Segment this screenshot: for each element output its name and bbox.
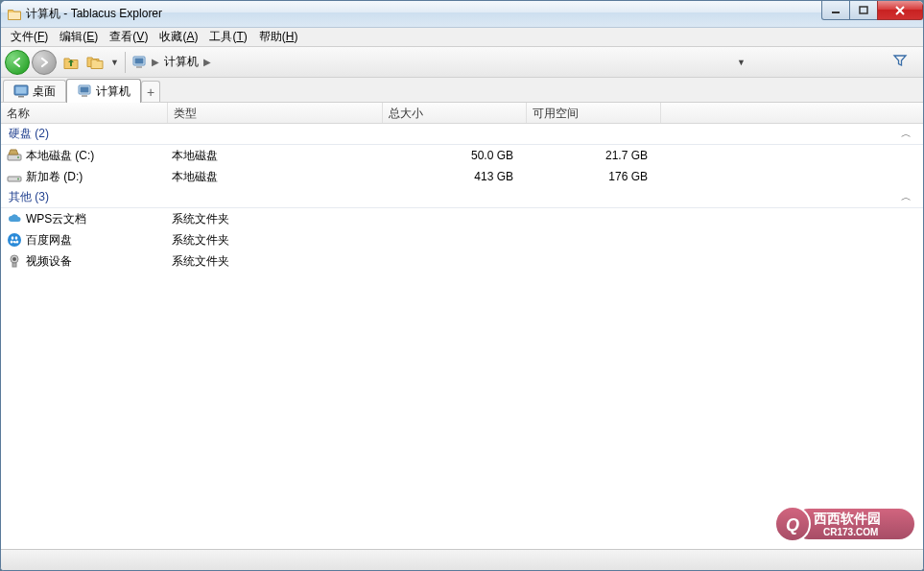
statusbar	[1, 549, 923, 570]
svg-point-14	[17, 156, 19, 158]
breadcrumb-dropdown-icon[interactable]: ▼	[733, 58, 748, 67]
menu-tools[interactable]: 工具(T)	[203, 27, 252, 47]
camera-icon	[7, 253, 22, 269]
item-type: 系统文件夹	[172, 211, 387, 227]
tab-label: 桌面	[33, 83, 56, 100]
tab-computer[interactable]: 计算机	[66, 79, 141, 103]
column-header-total[interactable]: 总大小	[383, 103, 527, 123]
main-window: 计算机 - Tablacus Explorer 文件(F) 编辑(E) 查看(V…	[0, 0, 924, 571]
item-type: 系统文件夹	[172, 232, 387, 249]
breadcrumb[interactable]: ▶ 计算机 ▶ ▼	[130, 52, 892, 72]
file-list: 硬盘 (2) ︿ 本地磁盘 (C:) 本地磁盘 50.0 GB 21.7 GB …	[1, 124, 923, 549]
forward-button[interactable]	[32, 50, 57, 75]
cloud-icon	[7, 211, 22, 226]
list-item[interactable]: 百度网盘 系统文件夹	[1, 229, 923, 250]
window-controls	[822, 1, 923, 20]
item-name: 新加卷 (D:)	[26, 169, 172, 185]
minimize-button[interactable]	[821, 1, 850, 20]
chevron-up-icon[interactable]: ︿	[901, 190, 912, 204]
chevron-right-icon[interactable]: ▶	[201, 57, 214, 67]
toolbar: ▼ ▶ 计算机 ▶ ▼	[1, 47, 923, 78]
column-header-name[interactable]: 名称	[1, 103, 168, 123]
menu-help[interactable]: 帮助(H)	[253, 27, 304, 47]
list-item[interactable]: 视频设备 系统文件夹	[1, 250, 923, 272]
breadcrumb-item[interactable]: 计算机	[162, 52, 201, 72]
item-total: 413 GB	[387, 170, 531, 183]
svg-rect-8	[16, 87, 27, 94]
chevron-right-icon[interactable]: ▶	[149, 57, 162, 67]
list-item[interactable]: 新加卷 (D:) 本地磁盘 413 GB 176 GB	[1, 166, 923, 187]
drive-icon	[7, 169, 22, 184]
history-dropdown-icon[interactable]: ▼	[108, 58, 121, 67]
computer-icon	[131, 55, 147, 70]
svg-point-20	[11, 240, 13, 243]
item-name: 百度网盘	[26, 232, 172, 249]
svg-point-18	[12, 236, 14, 240]
baidu-icon	[7, 232, 22, 248]
item-type: 本地磁盘	[172, 148, 387, 164]
item-name: 本地磁盘 (C:)	[26, 148, 172, 164]
svg-rect-1	[860, 7, 867, 13]
toolbar-separator	[125, 52, 126, 73]
desktop-icon	[13, 83, 29, 99]
column-headers: 名称 类型 总大小 可用空间	[1, 103, 923, 124]
computer-icon	[77, 83, 92, 99]
svg-point-23	[12, 257, 16, 261]
drive-icon	[7, 148, 22, 163]
close-button[interactable]	[877, 1, 923, 20]
up-folder-icon[interactable]	[61, 53, 81, 72]
svg-point-19	[15, 236, 18, 240]
item-name: WPS云文档	[26, 211, 172, 227]
menu-view[interactable]: 查看(V)	[104, 27, 154, 47]
svg-rect-11	[81, 87, 89, 93]
svg-rect-5	[134, 58, 143, 63]
menu-favorites[interactable]: 收藏(A)	[154, 27, 203, 47]
watermark-line1: 西西软件园	[813, 511, 881, 526]
titlebar[interactable]: 计算机 - Tablacus Explorer	[1, 1, 923, 28]
menubar: 文件(F) 编辑(E) 查看(V) 收藏(A) 工具(T) 帮助(H)	[1, 28, 923, 47]
svg-point-17	[8, 233, 21, 247]
svg-rect-9	[18, 96, 24, 98]
svg-rect-6	[136, 66, 142, 68]
item-free: 21.7 GB	[531, 149, 665, 162]
group-label: 硬盘 (2)	[9, 126, 49, 142]
tab-label: 计算机	[96, 83, 130, 100]
column-header-type[interactable]: 类型	[168, 103, 383, 123]
folder-icon	[7, 7, 22, 22]
item-type: 本地磁盘	[172, 169, 387, 185]
window-title: 计算机 - Tablacus Explorer	[26, 6, 162, 22]
column-header-free[interactable]: 可用空间	[527, 103, 661, 123]
tabstrip: 桌面 计算机 +	[1, 78, 923, 103]
list-item[interactable]: 本地磁盘 (C:) 本地磁盘 50.0 GB 21.7 GB	[1, 145, 923, 166]
menu-edit[interactable]: 编辑(E)	[54, 27, 104, 47]
filter-icon[interactable]	[892, 53, 912, 72]
group-header-other[interactable]: 其他 (3) ︿	[1, 187, 923, 208]
tab-desktop[interactable]: 桌面	[3, 80, 66, 102]
svg-point-21	[16, 240, 19, 243]
menu-file[interactable]: 文件(F)	[5, 27, 54, 47]
back-button[interactable]	[5, 50, 30, 75]
list-item[interactable]: WPS云文档 系统文件夹	[1, 208, 923, 229]
group-label: 其他 (3)	[9, 189, 49, 205]
maximize-button[interactable]	[849, 1, 878, 20]
svg-rect-12	[82, 95, 87, 97]
svg-point-16	[17, 178, 19, 180]
chevron-up-icon[interactable]: ︿	[901, 127, 912, 141]
watermark: Q 西西软件园 CR173.COM	[773, 504, 917, 547]
svg-rect-24	[12, 263, 16, 267]
item-total: 50.0 GB	[387, 149, 531, 162]
folders-icon[interactable]	[86, 53, 106, 72]
svg-text:Q: Q	[786, 515, 799, 535]
item-type: 系统文件夹	[172, 253, 387, 270]
item-name: 视频设备	[26, 253, 172, 270]
new-tab-button[interactable]: +	[141, 81, 160, 102]
group-header-disks[interactable]: 硬盘 (2) ︿	[1, 124, 923, 145]
item-free: 176 GB	[531, 170, 665, 183]
watermark-line2: CR173.COM	[823, 527, 878, 537]
